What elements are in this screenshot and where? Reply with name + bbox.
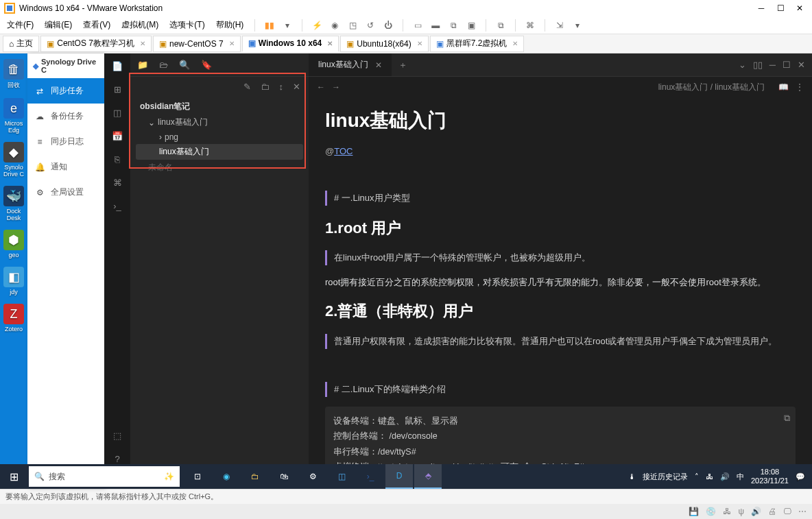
tree-file-selected[interactable]: linux基础入门 xyxy=(136,144,303,160)
nav-back-icon[interactable]: ← xyxy=(317,82,325,92)
fullscreen-icon[interactable]: ▬ xyxy=(429,19,442,32)
menu-file[interactable]: 文件(F) xyxy=(4,18,36,32)
collapse-icon[interactable]: ✕ xyxy=(293,82,300,92)
snapshot-icon[interactable]: ◉ xyxy=(329,19,341,32)
toc-link[interactable]: TOC xyxy=(334,146,353,156)
desktop-icon-synology[interactable]: ◆Synolo Drive C xyxy=(1,142,26,178)
close-icon[interactable]: ✕ xyxy=(229,40,235,47)
search-box[interactable]: 🔍 搜索 ✨ xyxy=(29,466,180,487)
close-icon[interactable]: ✕ xyxy=(327,40,333,47)
tab-home[interactable]: ⌂主页 xyxy=(3,36,39,52)
search-icon[interactable]: 🔍 xyxy=(179,60,190,70)
tree-folder[interactable]: ⌄linux基础入门 xyxy=(136,114,303,130)
network-icon[interactable]: 🖧 xyxy=(706,472,713,481)
revert-icon[interactable]: ↺ xyxy=(364,19,377,32)
win-minimize-icon[interactable]: ─ xyxy=(769,60,776,70)
file-tab[interactable]: linux基础入门 ✕ xyxy=(309,53,392,76)
close-button[interactable]: ✕ xyxy=(791,3,808,13)
snapshot-mgr-icon[interactable]: ◳ xyxy=(346,19,359,32)
menu-view[interactable]: 查看(V) xyxy=(80,18,113,32)
synology-taskbar-icon[interactable]: D xyxy=(385,464,413,489)
tree-folder-png[interactable]: ›png xyxy=(136,130,303,144)
tab-ubuntu[interactable]: ▣Ubuntu18(x64)✕ xyxy=(340,36,428,52)
device-printer-icon[interactable]: 🖨 xyxy=(768,507,776,516)
canvas-icon[interactable]: ◫ xyxy=(110,106,124,119)
syn-settings[interactable]: ⚙全局设置 xyxy=(27,180,104,205)
win-maximize-icon[interactable]: ☐ xyxy=(783,60,791,70)
help-icon[interactable]: ? xyxy=(110,452,124,466)
maximize-button[interactable]: ☐ xyxy=(772,3,789,13)
menu-help[interactable]: 帮助(H) xyxy=(213,18,247,32)
files-tab-icon[interactable]: 📁 xyxy=(137,60,148,70)
new-note-icon[interactable]: ✎ xyxy=(243,82,251,92)
nav-forward-icon[interactable]: → xyxy=(332,82,340,92)
device-net-icon[interactable]: 🖧 xyxy=(723,507,731,516)
tab-dsm[interactable]: ▣黑群晖7.2虚拟机✕ xyxy=(430,36,525,52)
store-icon[interactable]: 🛍 xyxy=(270,464,298,489)
console-icon[interactable]: ▣ xyxy=(465,19,477,32)
explorer-icon[interactable]: 🗀 xyxy=(241,464,269,489)
app1-icon[interactable]: ◫ xyxy=(328,464,355,489)
menu-tabs[interactable]: 选项卡(T) xyxy=(167,18,207,32)
menu-vm[interactable]: 虚拟机(M) xyxy=(119,18,161,32)
reading-mode-icon[interactable]: 📖 xyxy=(778,82,789,92)
stretch-icon[interactable]: ⇲ xyxy=(553,19,566,32)
library-icon[interactable]: ⧉ xyxy=(494,19,507,32)
unity-icon[interactable]: ▭ xyxy=(411,19,424,32)
tray-up-icon[interactable]: ˄ xyxy=(695,472,699,481)
send-cad-icon[interactable]: ⚡ xyxy=(311,19,323,32)
terminal2-icon[interactable]: ›_ xyxy=(110,199,124,213)
taskview-icon[interactable]: ⊡ xyxy=(184,464,211,489)
split-icon[interactable]: ▯▯ xyxy=(753,60,763,70)
command-icon[interactable]: ⌘ xyxy=(110,176,124,189)
templates-icon[interactable]: ⎘ xyxy=(110,152,124,166)
close-icon[interactable]: ✕ xyxy=(512,40,518,47)
dropdown-icon[interactable]: ▾ xyxy=(281,19,294,32)
obsidian-taskbar-icon[interactable]: ⬘ xyxy=(414,464,442,489)
powershell-icon[interactable]: ›_ xyxy=(357,464,384,489)
device-display-icon[interactable]: 🖵 xyxy=(783,507,791,516)
ime-indicator[interactable]: 中 xyxy=(737,472,744,482)
menu-edit[interactable]: 编辑(E) xyxy=(42,18,75,32)
settings-app-icon[interactable]: ⚙ xyxy=(299,464,326,489)
usb-icon[interactable]: ⏻ xyxy=(382,19,394,32)
desktop-icon-geo[interactable]: ⬢geo xyxy=(1,230,26,258)
device-sound-icon[interactable]: 🔊 xyxy=(751,507,761,516)
pause-icon[interactable]: ▮▮ xyxy=(263,19,276,32)
files-icon[interactable]: 📄 xyxy=(110,59,124,73)
vault-icon[interactable]: ⬚ xyxy=(110,429,124,442)
desktop-icon-edge[interactable]: eMicros Edg xyxy=(1,98,26,134)
close-tab-icon[interactable]: ✕ xyxy=(375,60,382,70)
multi-monitor-icon[interactable]: ⧉ xyxy=(447,19,459,32)
graph-icon[interactable]: ⊞ xyxy=(110,82,124,96)
notifications-icon[interactable]: 💬 xyxy=(796,472,805,481)
win-close-icon[interactable]: ✕ xyxy=(798,60,805,70)
volume-icon[interactable]: 🔊 xyxy=(720,472,730,481)
daily-icon[interactable]: 📅 xyxy=(110,129,124,143)
tab-win10[interactable]: ▣Windows 10 x64✕ xyxy=(242,36,339,52)
tab-dropdown-icon[interactable]: ⌄ xyxy=(739,60,746,70)
device-more-icon[interactable]: ⋯ xyxy=(798,507,807,516)
start-button[interactable]: ⊞ xyxy=(0,470,27,483)
clock[interactable]: 18:08 2023/11/21 xyxy=(751,468,789,485)
desktop-icon-docker[interactable]: 🐳Dock Desk xyxy=(1,186,26,221)
new-folder-icon[interactable]: 🗀 xyxy=(261,82,270,92)
editor-content[interactable]: linux基础入门 @TOC # 一.Linux用户类型 1.root 用户 在… xyxy=(309,97,812,489)
tray-text[interactable]: 接近历史记录 xyxy=(643,472,688,482)
thermometer-icon[interactable]: 🌡 xyxy=(628,472,636,481)
close-icon[interactable]: ✕ xyxy=(140,40,145,47)
open-folder-icon[interactable]: 🗁 xyxy=(159,60,168,70)
breadcrumb[interactable]: linux基础入门 / linux基础入门 xyxy=(658,82,765,93)
syn-backup-tasks[interactable]: ☁备份任务 xyxy=(27,104,104,129)
edge-app-icon[interactable]: ◉ xyxy=(213,464,240,489)
syn-notify[interactable]: 🔔通知 xyxy=(27,154,104,180)
syn-sync-log[interactable]: ≡同步日志 xyxy=(27,129,104,154)
bookmark-icon[interactable]: 🔖 xyxy=(201,60,212,70)
tree-file-untitled[interactable]: 未命名 xyxy=(136,160,303,176)
desktop-icon-zotero[interactable]: ZZotero xyxy=(1,304,26,333)
tab-centos7[interactable]: ▣CentOS 7教程学习机✕ xyxy=(40,36,152,52)
sort-icon[interactable]: ↕ xyxy=(279,82,284,92)
close-icon[interactable]: ✕ xyxy=(417,40,422,47)
copy-icon[interactable]: ⧉ xyxy=(784,411,790,426)
minimize-button[interactable]: ─ xyxy=(753,3,769,13)
